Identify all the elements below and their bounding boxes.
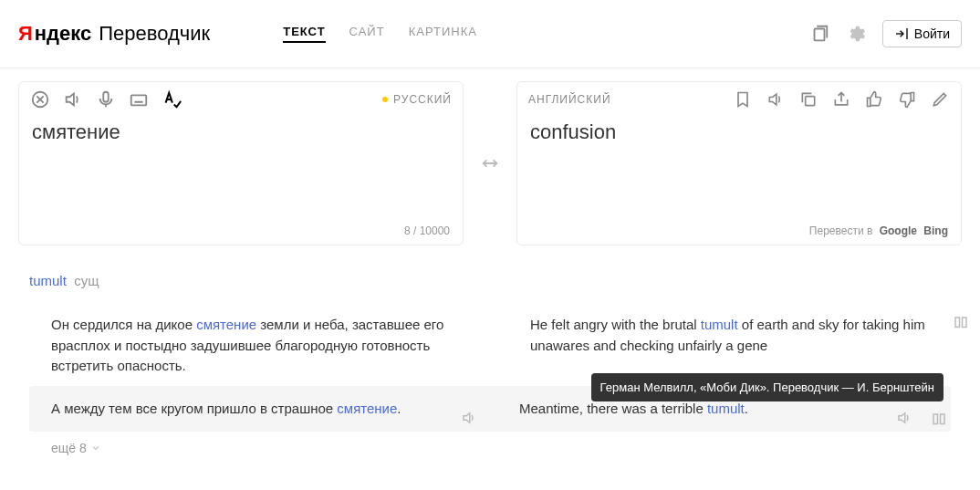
svg-rect-2 <box>103 92 109 102</box>
target-output: confusion <box>517 117 961 157</box>
dict-head: tumult сущ <box>29 273 951 289</box>
book-icon[interactable] <box>953 315 969 331</box>
source-pane: РУССКИЙ смятение 8 / 10000 <box>18 81 464 245</box>
bing-link[interactable]: Bing <box>923 224 948 237</box>
speaker-icon[interactable] <box>766 89 786 109</box>
collections-icon[interactable] <box>809 24 829 44</box>
swap-languages-button[interactable] <box>480 153 500 173</box>
auto-detect-dot <box>382 97 388 102</box>
header-actions: Войти <box>809 20 962 47</box>
thumbs-down-icon[interactable] <box>897 89 917 109</box>
keyboard-icon[interactable] <box>129 89 149 109</box>
share-icon[interactable] <box>831 89 851 109</box>
target-lang-label: АНГЛИЙСКИЙ <box>528 93 611 106</box>
svg-rect-4 <box>806 97 815 106</box>
logo-ya: Я <box>18 22 33 46</box>
copy-icon[interactable] <box>798 89 818 109</box>
speaker-icon[interactable] <box>896 410 912 426</box>
example-source: Он сердился на дикое смятение земли и не… <box>29 315 472 377</box>
edit-icon[interactable] <box>930 89 950 109</box>
settings-icon[interactable] <box>846 24 866 44</box>
google-link[interactable]: Google <box>880 224 917 237</box>
ext-label: Перевести в <box>809 224 872 237</box>
source-lang-selector[interactable]: РУССКИЙ <box>382 93 452 106</box>
clear-icon[interactable] <box>30 89 50 109</box>
app-header: Яндекс Переводчик ТЕКСТ САЙТ КАРТИНКА Во… <box>0 0 980 68</box>
examples: Он сердился на дикое смятение земли и не… <box>29 306 951 455</box>
translation-area: РУССКИЙ смятение 8 / 10000 АНГЛИЙСКИЙ co… <box>0 68 980 245</box>
example-target: Meantime, there was a terrible tumult. Г… <box>508 399 940 420</box>
source-tooltip: Герман Мелвилл, «Моби Дик». Переводчик —… <box>591 373 944 402</box>
book-icon[interactable] <box>931 412 947 428</box>
login-button[interactable]: Войти <box>882 20 962 47</box>
keyword: tumult <box>701 317 738 332</box>
spellcheck-icon[interactable] <box>162 89 182 109</box>
tab-site[interactable]: САЙТ <box>349 25 385 43</box>
speaker-icon[interactable] <box>461 410 477 426</box>
dictionary-section: tumult сущ Он сердился на дикое смятение… <box>0 245 980 474</box>
char-counter: 8 / 10000 <box>404 224 450 237</box>
show-more-button[interactable]: ещё 8 <box>51 441 951 455</box>
keyword: смятение <box>337 401 397 416</box>
svg-rect-3 <box>131 95 147 105</box>
microphone-icon[interactable] <box>96 89 116 109</box>
svg-rect-0 <box>814 29 824 41</box>
dict-headword[interactable]: tumult <box>29 273 67 288</box>
dict-pos: сущ <box>74 273 99 288</box>
source-input[interactable]: смятение <box>19 117 463 157</box>
logo[interactable]: Яндекс Переводчик <box>18 22 210 46</box>
tab-text[interactable]: ТЕКСТ <box>283 25 325 43</box>
tab-image[interactable]: КАРТИНКА <box>409 25 477 43</box>
bookmark-icon[interactable] <box>733 89 753 109</box>
keyword: смятение <box>196 317 256 332</box>
example-target: He felt angry with the brutal tumult of … <box>508 315 951 377</box>
source-lang-label: РУССКИЙ <box>393 93 452 106</box>
example-source: А между тем все кругом пришло в страшное… <box>40 399 472 420</box>
speaker-icon[interactable] <box>63 89 83 109</box>
target-toolbar: АНГЛИЙСКИЙ <box>517 82 961 117</box>
thumbs-up-icon[interactable] <box>864 89 884 109</box>
example-row: А между тем все кругом пришло в страшное… <box>29 386 951 433</box>
logo-rest: ндекс <box>35 22 91 46</box>
chevron-down-icon <box>90 443 101 454</box>
external-links: Перевести в Google Bing <box>809 224 948 237</box>
target-lang-selector[interactable]: АНГЛИЙСКИЙ <box>528 93 611 106</box>
mode-tabs: ТЕКСТ САЙТ КАРТИНКА <box>283 25 477 43</box>
login-label: Войти <box>914 26 950 41</box>
keyword: tumult <box>707 401 745 416</box>
target-pane: АНГЛИЙСКИЙ confusion Перевести в Google … <box>516 81 962 245</box>
source-toolbar: РУССКИЙ <box>19 82 463 117</box>
logo-sub: Переводчик <box>99 22 210 46</box>
